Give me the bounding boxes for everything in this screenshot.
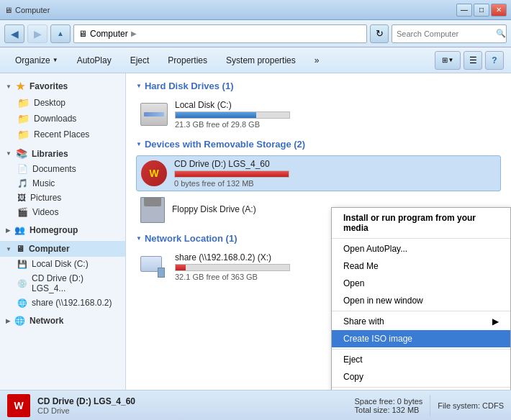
status-space-free: Space free: 0 bytes: [355, 397, 423, 406]
share-drive-bar-fill: [176, 265, 186, 270]
minimize-button[interactable]: —: [456, 4, 472, 17]
local-disk-bar-fill: [176, 112, 256, 118]
sidebar-item-pictures[interactable]: 🖼 Pictures: [0, 191, 125, 205]
title-bar-text: Computer: [15, 6, 50, 14]
local-disk-space: 21.3 GB free of 29.8 GB: [175, 120, 497, 129]
title-bar: 🖥 Computer — □ ✕: [0, 0, 511, 20]
status-drive-icon: W: [7, 394, 30, 417]
content-area: Hard Disk Drives (1) Local Disk (C:) 21.…: [126, 73, 511, 390]
computer-header[interactable]: ▼ 🖥 Computer: [0, 241, 125, 257]
ctx-open-new-window[interactable]: Open in new window: [332, 292, 510, 309]
status-filesystem: File system: CDFS: [438, 401, 504, 410]
network-label: Network: [30, 316, 63, 326]
ctx-create-iso[interactable]: Create ISO image: [332, 330, 510, 347]
favorites-header[interactable]: ▼ ★ Favorites: [0, 78, 125, 95]
ctx-sep-3: [332, 349, 510, 350]
view-grid-icon: ⊞: [442, 56, 448, 64]
share-drive-icon: [140, 256, 168, 278]
floppy-drive-icon: [140, 197, 165, 223]
ctx-eject[interactable]: Eject: [332, 351, 510, 368]
net-drive-pipe: [158, 268, 165, 278]
videos-label: Videos: [32, 207, 58, 217]
help-button[interactable]: ?: [485, 51, 504, 70]
more-button[interactable]: »: [307, 51, 327, 70]
organize-chevron-icon: ▼: [53, 57, 58, 63]
computer-section-chevron-icon: ▼: [6, 246, 12, 252]
documents-icon: 📄: [17, 164, 28, 174]
ctx-create-shortcut[interactable]: Create shortcut: [332, 389, 510, 390]
close-button[interactable]: ✕: [491, 4, 507, 17]
cd-drive-name: CD Drive (D:) LGS_4_60: [174, 159, 496, 169]
share-label: share (\\192.168.0.2): [32, 298, 112, 308]
sidebar-item-videos[interactable]: 🎬 Videos: [0, 205, 125, 219]
computer-section-icon: 🖥: [16, 244, 24, 254]
favorites-label: Favorites: [30, 81, 68, 91]
cd-drive-sidebar-icon: 💿: [17, 279, 27, 288]
libraries-chevron-icon: ▼: [6, 150, 12, 157]
network-section: ▶ 🌐 Network: [0, 313, 125, 329]
music-icon: 🎵: [17, 178, 28, 188]
sidebar-item-local-disk[interactable]: 💾 Local Disk (C:): [0, 257, 125, 271]
back-button[interactable]: ◀: [4, 24, 24, 43]
sidebar-item-recent-places[interactable]: 📁 Recent Places: [0, 127, 125, 142]
sidebar-item-share[interactable]: 🌐 share (\\192.168.0.2): [0, 296, 125, 310]
sidebar-item-cd-drive[interactable]: 💿 CD Drive (D:) LGS_4...: [0, 271, 125, 296]
forward-button[interactable]: ▶: [27, 24, 48, 43]
status-space-info: Space free: 0 bytes Total size: 132 MB: [355, 397, 423, 414]
removable-storage-section-title: Devices with Removable Storage (2): [136, 139, 501, 150]
cd-drive-bar-fill: [175, 171, 289, 177]
network-icon: 🌐: [14, 316, 25, 326]
computer-breadcrumb-icon: 🖥: [78, 29, 87, 39]
sidebar-item-music[interactable]: 🎵 Music: [0, 176, 125, 191]
status-info: CD Drive (D:) LGS_4_60 CD Drive: [37, 396, 348, 415]
libraries-section: ▼ 📚 Libraries 📄 Documents 🎵 Music 🖼 Pict…: [0, 145, 125, 219]
local-disk-drive-item[interactable]: Local Disk (C:) 21.3 GB free of 29.8 GB: [136, 97, 501, 132]
title-bar-left: 🖥 Computer: [4, 6, 50, 14]
computer-section: ▼ 🖥 Computer 💾 Local Disk (C:) 💿 CD Driv…: [0, 241, 125, 310]
documents-label: Documents: [32, 164, 76, 174]
properties-button[interactable]: Properties: [160, 51, 215, 70]
organize-button[interactable]: Organize ▼: [7, 51, 66, 70]
eject-button[interactable]: Eject: [122, 51, 158, 70]
pictures-label: Pictures: [30, 193, 61, 203]
homegroup-header[interactable]: ▶ 👥 Homegroup: [0, 222, 125, 238]
cd-drive-bar: [174, 170, 289, 178]
desktop-label: Desktop: [34, 98, 65, 108]
videos-icon: 🎬: [17, 207, 28, 217]
autoplay-button[interactable]: AutoPlay: [69, 51, 119, 70]
status-total-size: Total size: 132 MB: [355, 406, 423, 414]
maximize-button[interactable]: □: [474, 4, 489, 17]
sidebar-item-desktop[interactable]: 📁 Desktop: [0, 95, 125, 111]
breadcrumb-bar[interactable]: 🖥 Computer ▶: [73, 24, 367, 43]
ctx-install-run[interactable]: Install or run program from your media: [332, 209, 510, 237]
status-bar: W CD Drive (D:) LGS_4_60 CD Drive Space …: [0, 390, 511, 420]
ctx-open-autoplay[interactable]: Open AutoPlay...: [332, 240, 510, 257]
preview-pane-button[interactable]: ☰: [463, 51, 482, 70]
toolbar: Organize ▼ AutoPlay Eject Properties Sys…: [0, 47, 511, 73]
network-header[interactable]: ▶ 🌐 Network: [0, 313, 125, 329]
libraries-header[interactable]: ▼ 📚 Libraries: [0, 145, 125, 162]
cd-drive-item[interactable]: CD Drive (D:) LGS_4_60 0 bytes free of 1…: [136, 155, 501, 191]
ctx-read-me[interactable]: Read Me: [332, 257, 510, 275]
refresh-button[interactable]: ↻: [370, 24, 389, 43]
ctx-sep-2: [332, 311, 510, 311]
status-drive-type: CD Drive: [37, 406, 348, 415]
view-options-button[interactable]: ⊞ ▼: [435, 51, 461, 70]
share-drive-bar: [175, 264, 290, 271]
up-button[interactable]: ▲: [50, 24, 71, 43]
recent-places-icon: 📁: [17, 129, 30, 140]
ctx-share-with[interactable]: Share with ▶: [332, 313, 510, 330]
cd-drive-sidebar-label: CD Drive (D:) LGS_4...: [32, 273, 119, 293]
sidebar-item-documents[interactable]: 📄 Documents: [0, 162, 125, 176]
view-dropdown-icon: ▼: [448, 57, 454, 63]
sidebar-item-downloads[interactable]: 📁 Downloads: [0, 111, 125, 127]
search-icon: 🔍: [496, 29, 506, 38]
breadcrumb-arrow: ▶: [131, 29, 137, 37]
system-properties-button[interactable]: System properties: [218, 51, 304, 70]
ctx-open[interactable]: Open: [332, 275, 510, 292]
favorites-star-icon: ★: [16, 81, 25, 92]
downloads-label: Downloads: [34, 114, 76, 124]
search-input[interactable]: [397, 29, 496, 38]
ctx-copy[interactable]: Copy: [332, 368, 510, 385]
ctx-sep-4: [332, 387, 510, 388]
